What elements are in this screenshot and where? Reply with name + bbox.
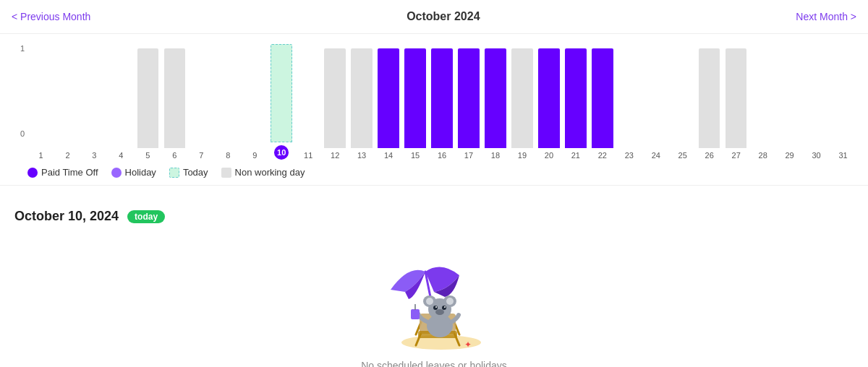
bar-nonworking-19 [511, 48, 533, 148]
day-label-19: 19 [509, 151, 535, 160]
bar-area-31 [830, 48, 856, 148]
bar-area-30 [803, 48, 830, 148]
day-label-24: 24 [642, 151, 669, 160]
day-col-22: 22 [589, 44, 616, 160]
day-col-17: 17 [456, 44, 482, 160]
chart-area: 1 0 123456789101112131415161718192021222… [0, 34, 868, 160]
bar-nonworking-27 [726, 48, 747, 148]
bar-nonworking-5 [137, 48, 159, 148]
day-label-3: 3 [81, 151, 108, 160]
nonworking-dot [221, 168, 231, 178]
legend-nonworking: Non working day [221, 167, 305, 178]
day-label-12: 12 [322, 151, 349, 160]
day-col-11: 11 [295, 44, 322, 160]
day-label-8: 8 [215, 151, 242, 160]
holiday-label: Holiday [125, 167, 156, 178]
page-container: < Previous Month October 2024 Next Month… [0, 0, 868, 367]
y-bottom: 0 [20, 129, 25, 138]
bar-area-22 [589, 48, 616, 148]
day-col-27: 27 [723, 44, 749, 160]
day-col-15: 15 [402, 44, 429, 160]
day-label-28: 28 [749, 151, 776, 160]
day-label-15: 15 [402, 151, 429, 160]
bar-area-9 [242, 48, 268, 148]
day-col-6: 6 [161, 44, 188, 160]
legend-holiday: Holiday [111, 167, 156, 178]
bars-container: 1234567891011121314151617181920212223242… [27, 44, 856, 160]
bar-area-26 [696, 48, 723, 148]
day-col-4: 4 [108, 44, 135, 160]
day-label-20: 20 [535, 151, 562, 160]
pto-dot [27, 168, 38, 178]
bar-area-12 [322, 48, 349, 148]
day-col-28: 28 [749, 44, 776, 160]
prev-month-button[interactable]: < Previous Month [12, 11, 90, 22]
svg-point-17 [442, 306, 446, 310]
month-title: October 2024 [407, 10, 480, 23]
bar-area-3 [81, 48, 108, 148]
svg-text:✦: ✦ [464, 340, 472, 350]
day-col-23: 23 [616, 44, 642, 160]
calendar-header: < Previous Month October 2024 Next Month… [0, 0, 868, 34]
bar-pto-17 [458, 48, 480, 148]
bar-area-19 [509, 48, 535, 148]
day-label-25: 25 [669, 151, 696, 160]
bar-area-6 [161, 48, 188, 148]
svg-point-14 [446, 298, 454, 305]
empty-state: ✦ [0, 236, 868, 367]
bar-area-2 [54, 48, 81, 148]
day-col-2: 2 [54, 44, 81, 160]
day-col-13: 13 [349, 44, 375, 160]
day-col-25: 25 [669, 44, 696, 160]
bar-area-11 [295, 48, 322, 148]
bar-today-10 [271, 44, 292, 142]
nonworking-label: Non working day [235, 167, 305, 178]
bar-area-16 [429, 48, 456, 148]
svg-point-13 [426, 298, 433, 305]
bar-area-15 [402, 48, 429, 148]
empty-message: No scheduled leaves or holidays [361, 360, 507, 367]
day-label-22: 22 [589, 151, 616, 160]
date-section: October 10, 2024 today [0, 197, 868, 236]
bar-area-1 [27, 48, 54, 148]
divider [0, 185, 868, 186]
bar-area-18 [482, 48, 509, 148]
bar-nonworking-12 [324, 48, 346, 148]
bar-nonworking-6 [164, 48, 186, 148]
bar-area-24 [642, 48, 669, 148]
svg-point-19 [444, 306, 446, 308]
y-top: 1 [20, 44, 25, 53]
day-col-30: 30 [803, 44, 830, 160]
day-col-3: 3 [81, 44, 108, 160]
day-label-23: 23 [616, 151, 642, 160]
day-label-1: 1 [27, 151, 54, 160]
bar-area-17 [456, 48, 482, 148]
day-col-14: 14 [375, 44, 402, 160]
bar-area-21 [562, 48, 589, 148]
bar-pto-18 [485, 48, 506, 148]
svg-rect-20 [411, 309, 420, 319]
bar-area-7 [188, 48, 215, 148]
bar-area-23 [616, 48, 642, 148]
day-col-10: 10 [268, 44, 295, 160]
bar-area-25 [669, 48, 696, 148]
day-label-17: 17 [456, 151, 482, 160]
day-label-16: 16 [429, 151, 456, 160]
bar-area-4 [108, 48, 135, 148]
bar-area-14 [375, 48, 402, 148]
bar-area-5 [135, 48, 161, 148]
day-col-26: 26 [696, 44, 723, 160]
bar-pto-22 [592, 48, 613, 148]
day-label-10: 10 [274, 145, 289, 160]
svg-point-15 [435, 309, 444, 315]
bar-area-28 [749, 48, 776, 148]
day-col-31: 31 [830, 44, 856, 160]
day-col-18: 18 [482, 44, 509, 160]
bar-area-8 [215, 48, 242, 148]
bar-area-29 [776, 48, 803, 148]
holiday-dot [111, 168, 122, 178]
today-dot [169, 168, 179, 178]
day-label-14: 14 [375, 151, 402, 160]
next-month-button[interactable]: Next Month > [796, 11, 856, 22]
pto-label: Paid Time Off [41, 167, 98, 178]
